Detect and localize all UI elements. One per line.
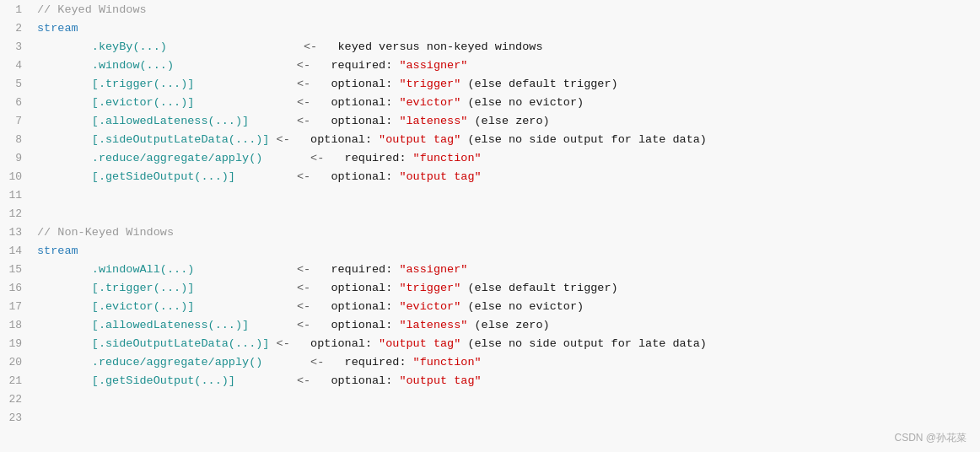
line-number: 4 xyxy=(0,56,32,74)
table-row: 17 [.evictor(...)] <- optional: "evictor… xyxy=(0,297,980,315)
code-line: [.evictor(...)] <- optional: "evictor" (… xyxy=(32,93,980,111)
code-line: .reduce/aggregate/apply() <- required: "… xyxy=(32,352,980,371)
code-table: 1 // Keyed Windows 2 stream 3 .keyBy(...… xyxy=(0,0,980,427)
line-number: 2 xyxy=(0,19,32,37)
table-row: 20 .reduce/aggregate/apply() <- required… xyxy=(0,352,980,371)
code-line: [.evictor(...)] <- optional: "evictor" (… xyxy=(32,297,980,315)
code-line: .reduce/aggregate/apply() <- required: "… xyxy=(32,148,980,167)
code-line xyxy=(32,390,980,408)
line-number: 18 xyxy=(0,315,32,334)
line-number: 7 xyxy=(0,111,32,130)
table-row: 16 [.trigger(...)] <- optional: "trigger… xyxy=(0,278,980,297)
line-number: 3 xyxy=(0,37,32,56)
table-row: 15 .windowAll(...) <- required: "assigne… xyxy=(0,260,980,278)
code-line: stream xyxy=(32,19,980,37)
table-row: 8 [.sideOutputLateData(...)] <- optional… xyxy=(0,130,980,148)
code-line: // Keyed Windows xyxy=(32,0,980,19)
code-line: .window(...) <- required: "assigner" xyxy=(32,56,980,74)
line-number: 6 xyxy=(0,93,32,111)
table-row: 2 stream xyxy=(0,19,980,37)
code-line: // Non-Keyed Windows xyxy=(32,223,980,241)
line-number: 5 xyxy=(0,74,32,93)
line-number: 8 xyxy=(0,130,32,148)
code-line: [.allowedLateness(...)] <- optional: "la… xyxy=(32,111,980,130)
line-number: 17 xyxy=(0,297,32,315)
code-container: 1 // Keyed Windows 2 stream 3 .keyBy(...… xyxy=(0,0,980,452)
table-row: 13 // Non-Keyed Windows xyxy=(0,223,980,241)
watermark: CSDN @孙花菜 xyxy=(894,431,967,445)
code-line: .keyBy(...) <- keyed versus non-keyed wi… xyxy=(32,37,980,56)
table-row: 19 [.sideOutputLateData(...)] <- optiona… xyxy=(0,334,980,352)
line-number: 15 xyxy=(0,260,32,278)
line-number: 20 xyxy=(0,352,32,371)
code-line xyxy=(32,204,980,223)
table-row: 4 .window(...) <- required: "assigner" xyxy=(0,56,980,74)
table-row: 6 [.evictor(...)] <- optional: "evictor"… xyxy=(0,93,980,111)
table-row: 7 [.allowedLateness(...)] <- optional: "… xyxy=(0,111,980,130)
line-number: 16 xyxy=(0,278,32,297)
table-row: 10 [.getSideOutput(...)] <- optional: "o… xyxy=(0,167,980,186)
table-row: 1 // Keyed Windows xyxy=(0,0,980,19)
table-row: 3 .keyBy(...) <- keyed versus non-keyed … xyxy=(0,37,980,56)
code-line: [.sideOutputLateData(...)] <- optional: … xyxy=(32,130,980,148)
line-number: 21 xyxy=(0,371,32,390)
code-line xyxy=(32,408,980,427)
line-number: 10 xyxy=(0,167,32,186)
line-number: 22 xyxy=(0,390,32,408)
code-line xyxy=(32,186,980,204)
table-row: 21 [.getSideOutput(...)] <- optional: "o… xyxy=(0,371,980,390)
table-row: 22 xyxy=(0,390,980,408)
code-line: [.trigger(...)] <- optional: "trigger" (… xyxy=(32,74,980,93)
table-row: 12 xyxy=(0,204,980,223)
line-number: 14 xyxy=(0,241,32,260)
line-number: 13 xyxy=(0,223,32,241)
line-number: 23 xyxy=(0,408,32,427)
line-number: 9 xyxy=(0,148,32,167)
table-row: 11 xyxy=(0,186,980,204)
table-row: 18 [.allowedLateness(...)] <- optional: … xyxy=(0,315,980,334)
code-line: [.sideOutputLateData(...)] <- optional: … xyxy=(32,334,980,352)
line-number: 1 xyxy=(0,0,32,19)
table-row: 5 [.trigger(...)] <- optional: "trigger"… xyxy=(0,74,980,93)
line-number: 11 xyxy=(0,186,32,204)
code-line: [.trigger(...)] <- optional: "trigger" (… xyxy=(32,278,980,297)
code-line: [.getSideOutput(...)] <- optional: "outp… xyxy=(32,371,980,390)
code-line: [.allowedLateness(...)] <- optional: "la… xyxy=(32,315,980,334)
line-number: 19 xyxy=(0,334,32,352)
table-row: 23 xyxy=(0,408,980,427)
code-line: stream xyxy=(32,241,980,260)
table-row: 9 .reduce/aggregate/apply() <- required:… xyxy=(0,148,980,167)
code-line: [.getSideOutput(...)] <- optional: "outp… xyxy=(32,167,980,186)
table-row: 14 stream xyxy=(0,241,980,260)
line-number: 12 xyxy=(0,204,32,223)
code-line: .windowAll(...) <- required: "assigner" xyxy=(32,260,980,278)
